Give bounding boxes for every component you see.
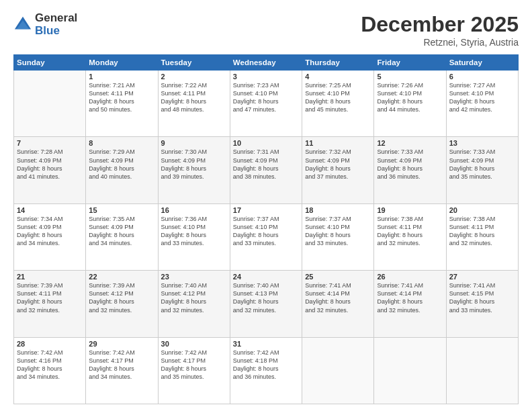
calendar-cell — [302, 337, 374, 404]
weekday-header: Wednesday — [230, 55, 302, 71]
day-number: 17 — [233, 206, 299, 214]
calendar-week-row: 28Sunrise: 7:42 AM Sunset: 4:16 PM Dayli… — [14, 337, 519, 404]
day-number: 10 — [233, 139, 299, 147]
day-info: Sunrise: 7:41 AM Sunset: 4:14 PM Dayligh… — [377, 281, 443, 314]
calendar-cell: 22Sunrise: 7:39 AM Sunset: 4:12 PM Dayli… — [86, 271, 158, 337]
day-info: Sunrise: 7:37 AM Sunset: 4:10 PM Dayligh… — [233, 215, 299, 248]
logo-general: General — [35, 12, 77, 25]
day-info: Sunrise: 7:34 AM Sunset: 4:09 PM Dayligh… — [17, 215, 83, 248]
calendar-cell: 28Sunrise: 7:42 AM Sunset: 4:16 PM Dayli… — [14, 337, 86, 404]
calendar-cell — [374, 337, 446, 404]
day-number: 22 — [89, 273, 154, 281]
day-info: Sunrise: 7:39 AM Sunset: 4:11 PM Dayligh… — [17, 281, 83, 314]
weekday-header: Tuesday — [158, 55, 230, 71]
day-info: Sunrise: 7:30 AM Sunset: 4:09 PM Dayligh… — [161, 148, 227, 181]
day-number: 6 — [449, 73, 515, 81]
day-number: 29 — [89, 340, 154, 348]
day-info: Sunrise: 7:25 AM Sunset: 4:10 PM Dayligh… — [305, 81, 371, 114]
title-block: December 2025 Retznei, Styria, Austria — [361, 12, 519, 48]
calendar-cell: 23Sunrise: 7:40 AM Sunset: 4:12 PM Dayli… — [158, 271, 230, 337]
calendar-cell: 25Sunrise: 7:41 AM Sunset: 4:14 PM Dayli… — [302, 271, 374, 337]
location: Retznei, Styria, Austria — [361, 37, 519, 48]
day-info: Sunrise: 7:29 AM Sunset: 4:09 PM Dayligh… — [89, 148, 154, 181]
day-number: 14 — [17, 206, 83, 214]
calendar-cell — [446, 337, 518, 404]
calendar-week-row: 21Sunrise: 7:39 AM Sunset: 4:11 PM Dayli… — [14, 271, 519, 337]
calendar-cell — [14, 71, 86, 137]
calendar-cell: 13Sunrise: 7:33 AM Sunset: 4:09 PM Dayli… — [446, 137, 518, 203]
page: General Blue December 2025 Retznei, Styr… — [0, 0, 532, 411]
calendar-cell: 26Sunrise: 7:41 AM Sunset: 4:14 PM Dayli… — [374, 271, 446, 337]
calendar-cell: 10Sunrise: 7:31 AM Sunset: 4:09 PM Dayli… — [230, 137, 302, 203]
weekday-header: Saturday — [446, 55, 518, 71]
day-number: 2 — [161, 73, 227, 81]
weekday-header: Sunday — [14, 55, 86, 71]
day-number: 23 — [161, 273, 227, 281]
calendar-cell: 9Sunrise: 7:30 AM Sunset: 4:09 PM Daylig… — [158, 137, 230, 203]
day-info: Sunrise: 7:41 AM Sunset: 4:15 PM Dayligh… — [449, 281, 515, 314]
header: General Blue December 2025 Retznei, Styr… — [13, 12, 519, 48]
day-info: Sunrise: 7:26 AM Sunset: 4:10 PM Dayligh… — [377, 81, 443, 114]
day-number: 24 — [233, 273, 299, 281]
calendar-week-row: 1Sunrise: 7:21 AM Sunset: 4:11 PM Daylig… — [14, 71, 519, 137]
logo-icon — [13, 15, 32, 34]
day-info: Sunrise: 7:42 AM Sunset: 4:17 PM Dayligh… — [161, 349, 227, 381]
day-info: Sunrise: 7:21 AM Sunset: 4:11 PM Dayligh… — [89, 81, 154, 114]
day-number: 21 — [17, 273, 83, 281]
day-info: Sunrise: 7:40 AM Sunset: 4:13 PM Dayligh… — [233, 281, 299, 314]
calendar-cell: 14Sunrise: 7:34 AM Sunset: 4:09 PM Dayli… — [14, 203, 86, 270]
day-info: Sunrise: 7:38 AM Sunset: 4:11 PM Dayligh… — [449, 215, 515, 248]
weekday-header-row: SundayMondayTuesdayWednesdayThursdayFrid… — [14, 55, 519, 71]
day-number: 26 — [377, 273, 443, 281]
day-number: 4 — [305, 73, 371, 81]
calendar-cell: 20Sunrise: 7:38 AM Sunset: 4:11 PM Dayli… — [446, 203, 518, 270]
day-number: 13 — [449, 139, 515, 147]
weekday-header: Friday — [374, 55, 446, 71]
day-number: 28 — [17, 340, 83, 348]
day-info: Sunrise: 7:23 AM Sunset: 4:10 PM Dayligh… — [233, 81, 299, 114]
day-info: Sunrise: 7:42 AM Sunset: 4:17 PM Dayligh… — [89, 349, 154, 381]
calendar-cell: 24Sunrise: 7:40 AM Sunset: 4:13 PM Dayli… — [230, 271, 302, 337]
calendar-cell: 2Sunrise: 7:22 AM Sunset: 4:11 PM Daylig… — [158, 71, 230, 137]
calendar-cell: 3Sunrise: 7:23 AM Sunset: 4:10 PM Daylig… — [230, 71, 302, 137]
calendar-cell: 31Sunrise: 7:42 AM Sunset: 4:18 PM Dayli… — [230, 337, 302, 404]
weekday-header: Thursday — [302, 55, 374, 71]
calendar-cell: 7Sunrise: 7:28 AM Sunset: 4:09 PM Daylig… — [14, 137, 86, 203]
calendar-cell: 1Sunrise: 7:21 AM Sunset: 4:11 PM Daylig… — [86, 71, 158, 137]
day-info: Sunrise: 7:38 AM Sunset: 4:11 PM Dayligh… — [377, 215, 443, 248]
day-number: 5 — [377, 73, 443, 81]
day-number: 27 — [449, 273, 515, 281]
day-number: 1 — [89, 73, 154, 81]
day-info: Sunrise: 7:42 AM Sunset: 4:18 PM Dayligh… — [233, 349, 299, 381]
day-number: 11 — [305, 139, 371, 147]
calendar-week-row: 14Sunrise: 7:34 AM Sunset: 4:09 PM Dayli… — [14, 203, 519, 270]
logo-text: General Blue — [35, 12, 77, 37]
day-info: Sunrise: 7:31 AM Sunset: 4:09 PM Dayligh… — [233, 148, 299, 181]
calendar-cell: 27Sunrise: 7:41 AM Sunset: 4:15 PM Dayli… — [446, 271, 518, 337]
calendar-cell: 5Sunrise: 7:26 AM Sunset: 4:10 PM Daylig… — [374, 71, 446, 137]
day-info: Sunrise: 7:40 AM Sunset: 4:12 PM Dayligh… — [161, 281, 227, 314]
day-info: Sunrise: 7:35 AM Sunset: 4:09 PM Dayligh… — [89, 215, 154, 248]
day-info: Sunrise: 7:33 AM Sunset: 4:09 PM Dayligh… — [377, 148, 443, 181]
day-info: Sunrise: 7:27 AM Sunset: 4:10 PM Dayligh… — [449, 81, 515, 114]
month-title: December 2025 — [361, 12, 519, 37]
day-number: 12 — [377, 139, 443, 147]
calendar-cell: 4Sunrise: 7:25 AM Sunset: 4:10 PM Daylig… — [302, 71, 374, 137]
logo-blue: Blue — [35, 25, 77, 38]
day-number: 25 — [305, 273, 371, 281]
calendar-cell: 17Sunrise: 7:37 AM Sunset: 4:10 PM Dayli… — [230, 203, 302, 270]
day-number: 15 — [89, 206, 154, 214]
calendar-cell: 18Sunrise: 7:37 AM Sunset: 4:10 PM Dayli… — [302, 203, 374, 270]
day-info: Sunrise: 7:33 AM Sunset: 4:09 PM Dayligh… — [449, 148, 515, 181]
day-info: Sunrise: 7:22 AM Sunset: 4:11 PM Dayligh… — [161, 81, 227, 114]
day-number: 30 — [161, 340, 227, 348]
day-number: 7 — [17, 139, 83, 147]
day-number: 8 — [89, 139, 154, 147]
day-number: 20 — [449, 206, 515, 214]
calendar-cell: 19Sunrise: 7:38 AM Sunset: 4:11 PM Dayli… — [374, 203, 446, 270]
calendar-cell: 11Sunrise: 7:32 AM Sunset: 4:09 PM Dayli… — [302, 137, 374, 203]
calendar-cell: 12Sunrise: 7:33 AM Sunset: 4:09 PM Dayli… — [374, 137, 446, 203]
calendar-cell: 6Sunrise: 7:27 AM Sunset: 4:10 PM Daylig… — [446, 71, 518, 137]
day-info: Sunrise: 7:41 AM Sunset: 4:14 PM Dayligh… — [305, 281, 371, 314]
day-info: Sunrise: 7:37 AM Sunset: 4:10 PM Dayligh… — [305, 215, 371, 248]
